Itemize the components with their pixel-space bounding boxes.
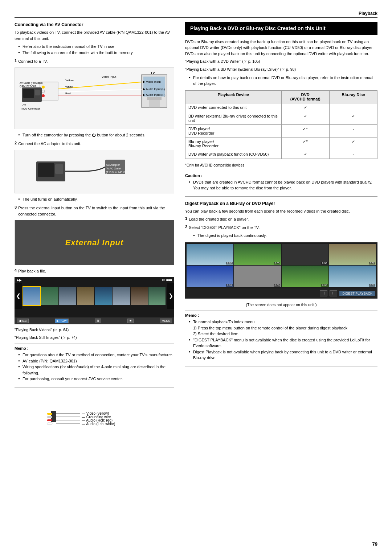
digest-thumb-6: 0:06 — [234, 266, 281, 287]
thumbnail-1[interactable] — [23, 287, 40, 305]
digest-memo-list: To normal playback/To index menu 1) Pres… — [185, 319, 377, 361]
playback-ref-2: "Playing Back Still Images" (☞ p. 74) — [15, 335, 174, 341]
nav-prev-arrow[interactable]: ❮ — [15, 283, 22, 309]
av-bullets-1: Refer also to the instruction manual of … — [15, 44, 174, 56]
page-number: 79 — [372, 541, 377, 547]
table-row-3: DVD player/DVD Recorder ✓* - — [185, 124, 377, 137]
table-cell-bluray-2: ✓ — [329, 112, 377, 124]
step-3-row: 3 Press the external input button on the… — [15, 205, 174, 217]
digest-memo-item-3: Digest Playback is not available when pl… — [189, 349, 377, 361]
svg-text:White: White — [65, 85, 73, 89]
caution-item-1: DVDs that are created in AVCHD format ca… — [189, 179, 377, 191]
svg-text:To AC Outlet: To AC Outlet — [106, 167, 122, 170]
av-diagram-svg: TV ▶ Video Input ▶ Audio Input (L) ▶ Aud… — [15, 67, 174, 129]
svg-rect-3 — [149, 100, 160, 107]
thumbnail-4[interactable] — [77, 287, 94, 305]
digest-next-button[interactable]: 〉 — [330, 290, 337, 296]
svg-rect-38 — [47, 423, 52, 424]
step-1-number: 1 — [15, 58, 17, 63]
cable-diagram-svg: — Video (yellow) — Grounding wire — Audi… — [44, 391, 145, 442]
bullet-item: Refer also to the instruction manual of … — [18, 44, 174, 50]
table-row-5: DVD writer with playback function (CU-VD… — [185, 150, 377, 159]
thumbnail-8[interactable] — [148, 287, 166, 305]
table-footnote: *Only for AVCHD compatible devices — [185, 163, 377, 168]
svg-text:Red: Red — [65, 92, 71, 95]
menu-button[interactable]: MENU — [160, 319, 172, 323]
svg-text:AC Adapter: AC Adapter — [106, 163, 120, 167]
page: Playback Connecting via the AV Connector… — [0, 0, 392, 554]
digest-memo-title: Memo : — [185, 313, 377, 317]
av-connector-title: Connecting via the AV Connector — [15, 22, 174, 27]
digest-step-1-row: 1 Load the created disc on a player. — [185, 216, 377, 222]
thumb-row — [22, 286, 167, 306]
thumbnail-5[interactable] — [95, 287, 112, 305]
ac-diagram-svg: AC Adapter To AC Outlet (110 V to 240 V) — [25, 151, 163, 192]
auto-on-bullets: The unit turns on automatically. — [15, 196, 174, 202]
two-column-layout: Connecting via the AV Connector To playb… — [15, 22, 377, 446]
digest-step2-bullets: The digest is played back continuously. — [185, 233, 377, 239]
svg-rect-2 — [147, 97, 162, 100]
memo-item-3: Wiring specifications (for video/audio) … — [18, 364, 174, 376]
memo-box: Memo : For questions about the TV or met… — [15, 344, 174, 387]
digest-step-2-number: 2 — [185, 225, 187, 229]
right-detail-1: For details on how to play back on a nor… — [189, 75, 377, 87]
digest-screen-note: (The screen does not appear on this unit… — [185, 302, 377, 308]
table-cell-dvd-4: ✓* — [281, 137, 329, 150]
svg-rect-13 — [42, 90, 45, 93]
digest-section-title: Digest Playback on a Blu-ray or DVD Play… — [185, 201, 377, 206]
step-4-row: 4 Play back a file. — [15, 268, 174, 274]
table-cell-dvd-3: ✓* — [281, 124, 329, 137]
svg-text:▶ Audio Input (L): ▶ Audio Input (L) — [143, 87, 165, 91]
table-cell-bluray-1: - — [329, 103, 377, 112]
digest-prev-button[interactable]: 〈 — [320, 290, 327, 296]
svg-text:— Audio (Lch: white): — Audio (Lch: white) — [82, 422, 115, 426]
nav-next-arrow[interactable]: ❯ — [167, 283, 174, 309]
svg-text:TV: TV — [151, 71, 155, 75]
caution-list: DVDs that are created in AVCHD format ca… — [185, 179, 377, 191]
play-button[interactable]: ▶ PLAY — [55, 319, 69, 323]
digest-intro: You can play back a few seconds from eac… — [185, 208, 377, 214]
digest-playback-button[interactable]: DIGEST PLAYBACK — [339, 291, 375, 296]
av-connector-diagram: TV ▶ Video Input ▶ Audio Input (L) ▶ Aud… — [15, 67, 174, 129]
delete-button[interactable]: 🗑 — [95, 319, 101, 323]
favorites-button[interactable]: ★ — [127, 319, 134, 323]
step-4-number: 4 — [15, 268, 17, 272]
svg-rect-14 — [42, 94, 45, 97]
svg-rect-28 — [55, 164, 63, 174]
svg-text:▶ Audio Input (R): ▶ Audio Input (R) — [143, 93, 166, 97]
digest-step-1-number: 1 — [185, 216, 187, 221]
thumbnail-6[interactable] — [113, 287, 130, 305]
table-cell-device-4: Blu-ray player/Blu-ray Recorder — [185, 137, 282, 150]
memo-item-1: For questions about the TV or method of … — [18, 352, 174, 358]
table-header-device: Playback Device — [185, 90, 282, 103]
table-cell-dvd-1: ✓ — [281, 103, 329, 112]
thumbnail-3[interactable] — [59, 287, 76, 305]
playback-controls-strip: ◀REC ▶ PLAY 🗑 ★ MENU — [15, 317, 174, 324]
digest-thumbnail-grid: 0:02 0:05 0:08 0:02 0:03 0:06 0:05 0:02 — [185, 242, 377, 288]
table-cell-device-2: BD writer (external Blu-ray drive) conne… — [185, 112, 282, 124]
svg-text:AV: AV — [23, 103, 26, 106]
digest-memo-item-2: "DIGEST PLAYBACK" menu is not available … — [189, 337, 377, 349]
step-2-text: Connect the AC adapter to this unit. — [18, 141, 174, 147]
svg-text:▶ Video Input: ▶ Video Input — [143, 80, 161, 83]
step1-extra-bullets: Turn off the camcorder by pressing the ⏻… — [15, 132, 174, 138]
step-2-row: 2 Connect the AC adapter to this unit. — [15, 141, 174, 147]
page-header: Playback — [15, 11, 377, 18]
table-cell-device-5: DVD writer with playback function (CU-VD… — [185, 150, 282, 159]
thumbnail-7[interactable] — [131, 287, 148, 305]
thumbnail-2[interactable] — [41, 287, 58, 305]
right-intro-1: DVDs or Blu-ray discs created using the … — [185, 39, 377, 57]
memo-title: Memo : — [15, 346, 174, 350]
svg-text:(110 V to 240 V): (110 V to 240 V) — [106, 171, 126, 174]
step-3-number: 3 — [15, 205, 17, 209]
svg-text:AV Cable (Provided): AV Cable (Provided) — [20, 82, 42, 85]
table-cell-device-3: DVD player/DVD Recorder — [185, 124, 282, 137]
digest-thumb-3: 0:08 — [282, 244, 328, 265]
right-ref-1: "Playing Back with a DVD Writer" (☞ p. 1… — [185, 59, 377, 65]
digest-thumb-7: 0:05 — [282, 266, 328, 287]
caution-box: Caution : DVDs that are created in AVCHD… — [185, 171, 377, 197]
digest-memo-box: Memo : To normal playback/To index menu … — [185, 311, 377, 366]
bullet-power-off: Turn off the camcorder by pressing the ⏻… — [18, 132, 174, 138]
rec-button[interactable]: ◀REC — [17, 319, 29, 323]
right-ref-2: "Playing Back with a BD Writer (External… — [185, 67, 377, 73]
